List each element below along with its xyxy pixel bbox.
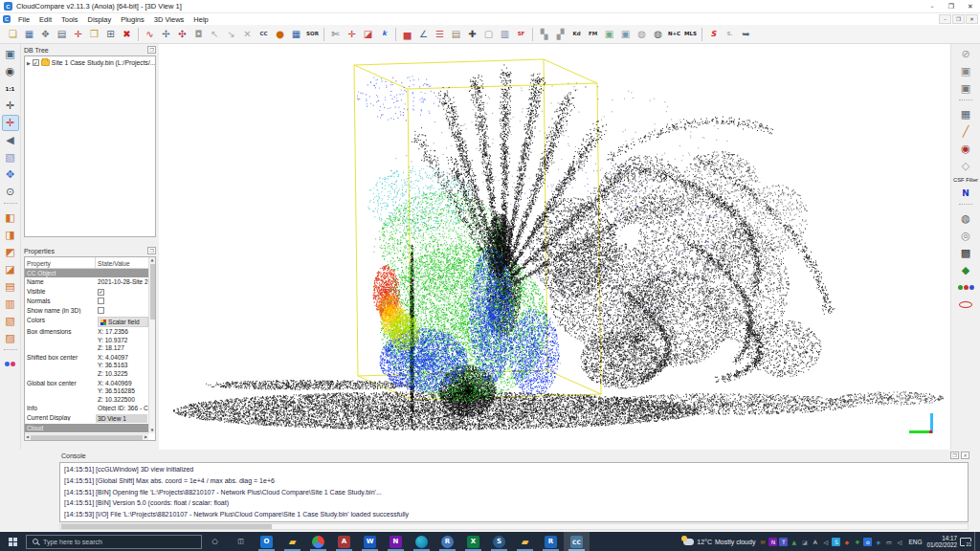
point-label-icon[interactable]: k: [377, 27, 392, 42]
sphere-light-icon[interactable]: ◍: [635, 27, 650, 42]
merge-icon[interactable]: ⊞: [103, 27, 119, 42]
view-iso-2-icon[interactable]: ▨: [2, 330, 19, 346]
shield-icon[interactable]: ◇: [957, 158, 974, 174]
taskbar-search[interactable]: Type here to search: [26, 535, 202, 549]
kd-tree-icon[interactable]: Kd: [569, 27, 585, 42]
subsample-icon[interactable]: ●: [273, 27, 288, 42]
curvature-icon[interactable]: ∠: [416, 27, 432, 42]
animation-icon[interactable]: ▦: [957, 106, 974, 122]
taskbar-app-cortana[interactable]: ○: [202, 532, 228, 551]
zoom-tool-icon[interactable]: ⊙: [2, 184, 19, 200]
tray-mail-icon[interactable]: ✉: [758, 538, 767, 546]
tray-drive-icon[interactable]: ▲: [790, 538, 798, 546]
action-center-icon[interactable]: 21: [960, 538, 971, 546]
scalar-fields-icon[interactable]: SF: [514, 27, 529, 42]
sor-filter-icon[interactable]: SOR: [305, 27, 321, 42]
tray-onenote-icon[interactable]: N: [768, 538, 777, 546]
current-display-combo[interactable]: 3D View 1: [96, 414, 147, 423]
tray-speaker-icon[interactable]: ◁: [821, 538, 830, 546]
facets-icon[interactable]: ◆: [957, 262, 974, 278]
sf-tools-icon[interactable]: ▥: [498, 27, 513, 42]
open-file-icon[interactable]: ❏: [6, 27, 21, 42]
apply-transformation-icon[interactable]: ✛: [71, 27, 86, 42]
view-front-icon[interactable]: ◧: [2, 209, 19, 226]
visibility-checkbox[interactable]: ✓: [33, 59, 39, 66]
properties-float-button[interactable]: ❐: [147, 247, 156, 254]
taskbar-app-rstudio[interactable]: R: [434, 532, 460, 551]
view-top-icon[interactable]: ▤: [2, 278, 19, 295]
histogram-icon[interactable]: ▅: [400, 27, 415, 42]
taskbar-app-edge[interactable]: [409, 532, 434, 551]
sensor-icon[interactable]: ◘: [191, 27, 207, 42]
render-film-icon[interactable]: ▣: [957, 80, 974, 97]
start-button[interactable]: [0, 532, 25, 551]
exit-tool-icon[interactable]: ➥: [739, 27, 754, 42]
taskbar-app-task-view[interactable]: ◫: [228, 532, 254, 551]
image-a-icon[interactable]: ▣: [602, 27, 617, 42]
zoom-1-1-icon[interactable]: 1:1: [2, 80, 19, 97]
menu-help[interactable]: Help: [189, 13, 212, 25]
scissors-segment-icon[interactable]: ✄: [328, 27, 344, 42]
perspective-toggle-icon[interactable]: ◀: [2, 132, 19, 148]
auto-pivot-icon[interactable]: ✛: [2, 115, 19, 131]
console-float-button[interactable]: ❐: [950, 452, 959, 459]
taskbar-app-cloudcompare[interactable]: CC: [564, 532, 590, 551]
taskbar-app-file-explorer-2[interactable]: ▰: [512, 532, 538, 551]
pick-rotation-center-icon[interactable]: ✛: [345, 27, 360, 42]
plugin-sphere-icon[interactable]: ◍: [957, 210, 974, 227]
noise-filter-icon[interactable]: ▦: [289, 27, 304, 42]
m3c2-icon[interactable]: ▩: [957, 245, 974, 261]
weather-widget[interactable]: 12°C Mostly cloudy: [683, 539, 755, 545]
taskbar-app-sophos[interactable]: S: [486, 532, 512, 551]
broom-icon[interactable]: ╱: [957, 123, 974, 140]
expand-arrow-icon[interactable]: ▶: [27, 60, 31, 66]
properties-hscrollbar[interactable]: ◀ ▶: [25, 433, 148, 440]
color-ramp-icon[interactable]: [2, 356, 19, 372]
checkbox-normals[interactable]: [98, 298, 104, 304]
scale-icon[interactable]: ↘: [224, 27, 239, 42]
view-back-icon[interactable]: ◨: [2, 227, 19, 243]
clipping-box-icon[interactable]: ◪: [361, 27, 376, 42]
taskbar-app-word[interactable]: W: [357, 532, 383, 551]
taskbar-clock[interactable]: 14:17 01/02/2022: [926, 535, 957, 549]
normals-compute-icon[interactable]: N+C: [667, 27, 682, 42]
render-photo-icon[interactable]: ▣: [957, 63, 974, 79]
north-arrow-icon[interactable]: N: [957, 185, 974, 201]
cloud-cloud-distance-icon[interactable]: CC: [256, 27, 272, 42]
taskbar-app-outlook[interactable]: O: [254, 532, 279, 551]
tray-photos-icon[interactable]: ◪: [800, 538, 809, 546]
menu-plugins[interactable]: Plugins: [116, 13, 149, 25]
checkbox-show-name-in-3d[interactable]: [98, 307, 104, 314]
console-close-button[interactable]: ✕: [961, 452, 969, 459]
global-shift-icon[interactable]: ✥: [38, 27, 54, 42]
tray-autodesk-icon[interactable]: A: [811, 538, 819, 546]
camera-settings-icon[interactable]: ◉: [2, 63, 19, 79]
tray-display-icon[interactable]: ▭: [884, 538, 893, 546]
tray-vpn-icon[interactable]: ❖: [853, 538, 861, 546]
properties-vscrollbar[interactable]: ▲ ▼: [148, 257, 155, 433]
restore-button[interactable]: ❐: [942, 0, 961, 12]
display-settings-icon[interactable]: ▣: [2, 46, 19, 62]
fit-tools-icon[interactable]: ☰: [433, 27, 448, 42]
ellipse-tool-icon[interactable]: [957, 297, 974, 313]
close-button[interactable]: ✕: [961, 0, 980, 12]
view-iso-1-icon[interactable]: ▧: [2, 313, 19, 329]
menu-3d-views[interactable]: 3D Views: [149, 13, 189, 25]
language-indicator[interactable]: ENG: [906, 539, 924, 545]
point-picking-icon[interactable]: ✢: [159, 27, 174, 42]
console-hscroll-thumb[interactable]: [61, 524, 272, 529]
add-constant-sf-icon[interactable]: ✚: [465, 27, 480, 42]
mdi-close-button[interactable]: ✕: [966, 14, 978, 24]
mls-smooth-icon[interactable]: MLS: [683, 27, 699, 42]
minimize-button[interactable]: –: [923, 0, 942, 12]
clone-icon[interactable]: ❐: [87, 27, 102, 42]
menu-edit[interactable]: Edit: [34, 13, 56, 25]
tray-teams-icon[interactable]: T: [779, 538, 788, 546]
taskbar-app-chrome[interactable]: [305, 532, 331, 551]
sphere-dark-icon[interactable]: ◍: [651, 27, 666, 42]
classify-colors-icon[interactable]: [957, 279, 974, 296]
canupo-create-icon[interactable]: ▚: [537, 27, 552, 42]
point-list-picking-icon[interactable]: ✣: [175, 27, 190, 42]
taskbar-app-onenote[interactable]: N: [383, 532, 409, 551]
menu-tools[interactable]: Tools: [56, 13, 83, 25]
